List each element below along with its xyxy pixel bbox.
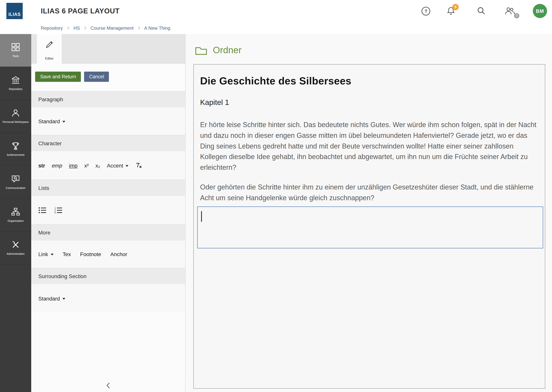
chevron-right-icon [138,26,140,30]
document-title: Die Geschichte des Silbersees [200,75,538,87]
page-editor-canvas: Die Geschichte des Silbersees Kapitel 1 … [193,64,545,389]
section-character-header: Character [31,135,185,151]
document-chapter: Kapitel 1 [200,98,538,107]
surrounding-style-row: Standard [31,284,185,312]
chevron-right-icon [84,26,87,30]
sidebar-item-label: Repository [8,88,23,91]
chevron-down-icon [63,121,65,122]
sidebar-item-communication[interactable]: Communication [0,166,31,199]
top-bar: ILIAS ILIAS 6 PAGE LAYOUT ? 5 [0,0,552,22]
sidebar-item-label: Communication [5,186,26,190]
breadcrumb-course-management[interactable]: Course Management [90,25,134,31]
bank-icon [11,76,20,85]
more-tools-row: Link Tex Footnote Anchor [31,241,185,268]
svg-text:3: 3 [54,211,56,213]
accent-label: Accent [107,162,123,168]
sidebar-item-achievements[interactable]: Achievements [0,133,31,166]
clear-formatting-icon [135,162,142,169]
anchor-button[interactable]: Anchor [110,251,127,257]
breadcrumb-hs[interactable]: HS [73,25,80,31]
section-surrounding-header: Surrounding Section [31,268,185,284]
section-more-header: More [31,224,185,241]
sidebar-item-tools[interactable]: Tools [0,34,31,67]
sidebar-item-personal-workspace[interactable]: Personal Workspace [0,100,31,133]
sidebar-item-label: Personal Workspace [2,121,29,124]
breadcrumb-repository[interactable]: Repository [41,25,63,31]
strong-button[interactable]: str [38,162,45,168]
folder-icon [195,45,208,55]
breadcrumb-a-new-thing[interactable]: A New Thing [144,25,170,31]
emphasis-button[interactable]: emp [52,162,62,168]
tab-editor[interactable]: Editor [37,34,62,64]
sidebar-item-label: Organisation [7,219,24,223]
notifications-button[interactable]: 5 [446,6,455,16]
svg-text:?: ? [425,8,428,14]
character-tools-row: str emp imp x² x₂ Accent [31,151,185,180]
page: ILIAS ILIAS 6 PAGE LAYOUT ? 5 [0,0,552,392]
search-icon [477,6,486,15]
link-dropdown[interactable]: Link [38,251,53,257]
sidebar-item-label: Administration [6,252,25,256]
collapse-panel-button[interactable] [31,379,185,392]
text-cursor [201,211,202,222]
trophy-icon [11,141,20,151]
important-button[interactable]: imp [69,162,78,168]
ilias-logo[interactable]: ILIAS [6,3,23,19]
subscript-button[interactable]: x₂ [95,162,100,168]
sidebar-item-label: Achievements [6,154,25,157]
accent-dropdown[interactable]: Accent [107,162,129,168]
avatar: BM [533,4,547,18]
sidebar-item-administration[interactable]: Administration [0,231,31,265]
crossed-tools-icon [11,240,20,250]
numbered-list-button[interactable]: 1 2 3 [54,207,63,213]
person-icon [11,109,20,118]
lists-tools-row: 1 2 3 [31,196,185,224]
footnote-button[interactable]: Footnote [80,251,101,257]
object-title-row: Ordner [195,45,552,56]
sidebar-item-repository[interactable]: Repository [0,67,31,100]
notification-badge: 5 [452,4,459,10]
chevron-down-icon [126,165,129,167]
sidebar-item-organisation[interactable]: Organisation [0,199,31,231]
pencil-icon [45,40,54,49]
chevron-right-icon [67,26,70,30]
users-icon [504,6,516,16]
paragraph-style-row: Standard [31,107,185,135]
breadcrumb: Repository HS Course Management A New Th… [0,22,552,34]
content-area: Ordner Die Geschichte des Silbersees Kap… [186,34,552,392]
bullet-list-icon [38,207,47,213]
grid-icon [11,43,20,52]
user-menu-button[interactable]: BM [533,4,547,18]
search-button[interactable] [477,6,486,15]
chevron-left-icon [106,382,110,389]
page-title-header: ILIAS 6 PAGE LAYOUT [41,0,120,22]
section-paragraph-header: Paragraph [31,91,185,107]
online-users-button[interactable]: 3 [504,6,516,16]
active-edit-area[interactable] [197,207,543,248]
chat-search-icon [11,174,20,183]
paragraph-style-dropdown[interactable]: Standard [38,118,65,124]
clear-formatting-button[interactable] [135,162,142,169]
numbered-list-icon: 1 2 3 [54,207,63,213]
document-paragraph-1: Er hörte leise Schritte hinter sich. Das… [200,119,538,173]
sidebar-item-label: Tools [12,55,20,58]
superscript-button[interactable]: x² [84,162,89,168]
help-button[interactable]: ? [421,6,431,16]
object-title: Ordner [213,45,242,56]
main-sidebar: Tools Repository Personal W [0,34,31,392]
topbar-actions: ? 5 [421,0,547,22]
surrounding-style-dropdown[interactable]: Standard [38,295,65,301]
cancel-button[interactable]: Cancel [84,72,109,82]
editor-actions: Save and Return Cancel [31,64,185,91]
tex-button[interactable]: Tex [63,251,71,257]
bullet-list-button[interactable] [38,207,47,213]
online-users-badge: 3 [514,13,519,18]
help-icon: ? [421,6,431,16]
chevron-down-icon [51,254,53,255]
document-paragraph-2: Oder gehörten die Schritte hinter ihm zu… [200,182,538,203]
chevron-down-icon [63,298,65,300]
section-lists-header: Lists [31,180,185,196]
tab-editor-label: Editor [45,57,53,60]
editor-tab-strip: Editor [31,34,185,64]
save-and-return-button[interactable]: Save and Return [35,72,81,82]
